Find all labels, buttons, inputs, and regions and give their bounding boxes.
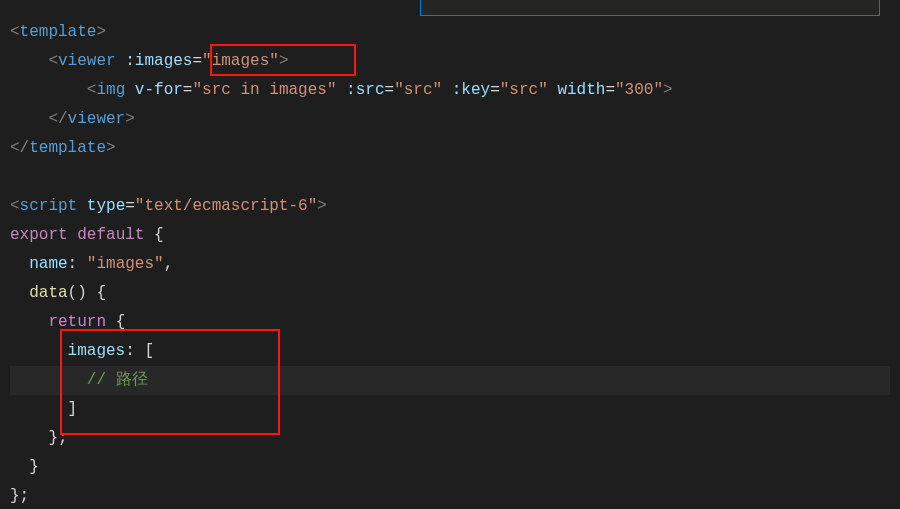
code-line: <template> [10,18,890,47]
code-line [10,163,890,192]
code-line: data() { [10,279,890,308]
code-line: return { [10,308,890,337]
code-line-current: // 路径 [10,366,890,395]
code-line: </viewer> [10,105,890,134]
code-line: <viewer :images="images"> [10,47,890,76]
code-line: ] [10,395,890,424]
code-line: export default { [10,221,890,250]
code-line: <script type="text/ecmascript-6"> [10,192,890,221]
code-line: <img v-for="src in images" :src="src" :k… [10,76,890,105]
code-line: }; [10,424,890,453]
code-line: images: [ [10,337,890,366]
code-line: } [10,453,890,482]
code-line: name: "images", [10,250,890,279]
code-line: </template> [10,134,890,163]
code-editor[interactable]: <template> <viewer :images="images"> <im… [0,0,900,509]
code-line: }; [10,482,890,509]
